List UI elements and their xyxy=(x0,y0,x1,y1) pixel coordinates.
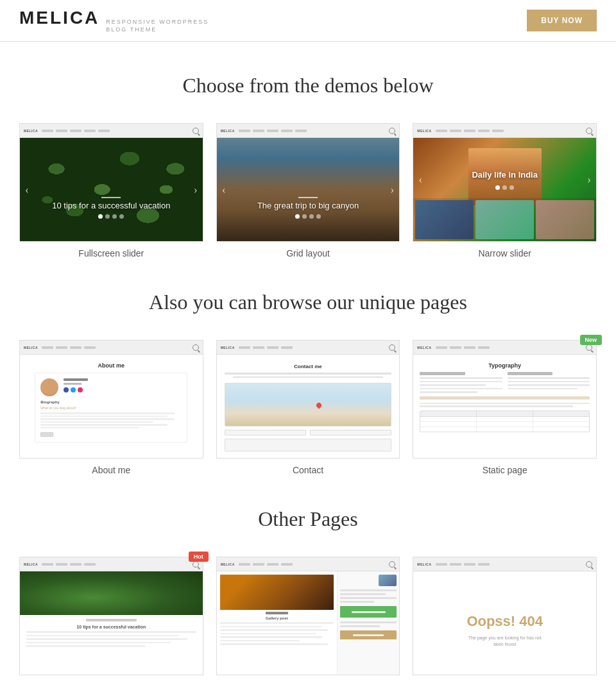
demo-label-about: About me xyxy=(19,465,203,475)
slide-caption: 10 tips for a successful vacation xyxy=(20,194,203,219)
gallery-post-title: Gallery post xyxy=(220,616,334,620)
mini-search-icon-static xyxy=(586,344,592,351)
header-buy-button[interactable]: BUY NOW xyxy=(527,10,597,31)
demo-label-narrow: Narrow slider xyxy=(413,248,597,258)
section2-grid: MELICA About me xyxy=(19,340,597,475)
demo-narrow-slider[interactable]: MELICA ‹ › xyxy=(413,123,597,258)
demo-404[interactable]: MELICA Oopss! 404 The page you are looki… xyxy=(413,557,597,683)
mini-chrome: MELICA xyxy=(20,124,203,138)
hot-badge: Hot xyxy=(189,552,209,562)
mini-search-icon-404 xyxy=(586,561,592,568)
demo-static[interactable]: MELICA Typography xyxy=(413,340,597,475)
contact-title: Contact me xyxy=(294,364,322,369)
typo-table xyxy=(420,410,590,432)
demo-grid-layout[interactable]: MELICA ‹ xyxy=(216,123,400,258)
section3-grid: Hot MELICA xyxy=(19,557,597,683)
about-profile xyxy=(40,378,182,396)
fullscreen-bg: ‹ › 10 tips for a successful vacation xyxy=(20,138,203,241)
demo-fullwidth-post[interactable]: MELICA 10 tips for a suc xyxy=(19,557,203,683)
demo-sidebar-post[interactable]: MELICA Gallery post xyxy=(216,557,400,683)
typography-title: Typography xyxy=(420,362,590,369)
demo-thumb-sidebar: MELICA Gallery post xyxy=(216,557,400,675)
demo-label-grid: Grid layout xyxy=(216,248,400,258)
demo-thumb-contact: MELICA Contact me xyxy=(216,340,400,459)
about-title: About me xyxy=(98,362,125,369)
india-prev-arrow: ‹ xyxy=(418,173,422,186)
mini-search-icon-sidebar xyxy=(389,561,395,568)
sidebar-widget xyxy=(379,575,397,586)
mini-chrome-static: MELICA xyxy=(413,341,596,355)
follow-btn xyxy=(340,606,397,618)
404-text: Oopss! 404 xyxy=(466,613,543,630)
logo-subtitle: RESPONSIVE WORDPRESS BLOG THEME xyxy=(106,19,209,33)
section1-title: Choose from the demos below xyxy=(19,74,597,97)
mini-chrome-sidebar: MELICA xyxy=(217,557,400,571)
demo-thumb-static: MELICA Typography xyxy=(413,340,597,459)
mini-chrome-fullwidth: MELICA xyxy=(20,557,203,571)
demo-thumb-404: MELICA Oopss! 404 The page you are looki… xyxy=(413,557,597,675)
post-main: Gallery post xyxy=(217,571,337,675)
demo-static-wrapper: New MELICA Typography xyxy=(413,340,597,475)
mini-search-icon-contact xyxy=(389,344,395,351)
map-area xyxy=(225,383,392,426)
demo-fullwidth-wrapper: Hot MELICA xyxy=(19,557,203,683)
mini-search-icon-3 xyxy=(586,128,592,134)
subscribe-btn xyxy=(340,630,397,639)
mini-chrome-about: MELICA xyxy=(20,341,203,355)
mini-search-icon-fullwidth xyxy=(193,561,199,568)
demo-label-static: Static page xyxy=(413,465,597,475)
demo-thumb-narrow: MELICA ‹ › xyxy=(413,123,597,242)
mini-chrome-contact: MELICA xyxy=(217,341,400,355)
demo-thumb-fullwidth: MELICA 10 tips for a suc xyxy=(19,557,203,675)
logo: MELICA xyxy=(19,8,99,28)
mini-search-icon xyxy=(193,128,199,134)
section3-title: Other Pages xyxy=(19,507,597,531)
avatar xyxy=(40,378,58,396)
mini-chrome-2: MELICA xyxy=(217,124,400,138)
fullwidth-img xyxy=(20,571,203,615)
demo-thumb-about: MELICA About me xyxy=(19,340,203,459)
map-marker-icon xyxy=(315,402,322,409)
grid-caption: The great trip to big canyon xyxy=(217,194,400,219)
india-slide-text: Daily life in India xyxy=(472,169,538,179)
mini-chrome-3: MELICA xyxy=(413,124,596,138)
mini-search-icon-about xyxy=(193,344,199,351)
section2-title: Also you can browse our unique pages xyxy=(19,291,597,314)
404-subtitle: The page you are looking for has not bee… xyxy=(466,635,543,648)
post-image xyxy=(220,575,334,610)
demo-about[interactable]: MELICA About me xyxy=(19,340,203,475)
india-dots xyxy=(413,185,596,190)
post-sidebar xyxy=(337,571,400,675)
new-badge: New xyxy=(580,335,603,345)
fullwidth-title: 10 tips for a successful vacation xyxy=(26,625,196,629)
demo-label-contact: Contact xyxy=(216,465,400,475)
demo-thumb-fullscreen: MELICA ‹ › xyxy=(19,123,203,242)
demo-label-fullscreen: Fullscreen slider xyxy=(19,248,203,258)
slide-dots xyxy=(20,214,203,219)
demo-thumb-grid: MELICA ‹ xyxy=(216,123,400,242)
grid-dots xyxy=(217,214,400,219)
header: MELICA RESPONSIVE WORDPRESS BLOG THEME B… xyxy=(0,0,616,42)
logo-area: MELICA RESPONSIVE WORDPRESS BLOG THEME xyxy=(19,8,209,33)
main-content: Choose from the demos below MELICA xyxy=(0,42,616,683)
narrow-thumbnails xyxy=(413,198,596,242)
canyon-bg xyxy=(217,138,400,241)
demo-contact[interactable]: MELICA Contact me xyxy=(216,340,400,475)
demo-fullscreen-slider[interactable]: MELICA ‹ › xyxy=(19,123,203,258)
section1-grid: MELICA ‹ › xyxy=(19,123,597,258)
mini-search-icon-2 xyxy=(389,128,395,134)
mini-chrome-404: MELICA xyxy=(413,557,596,571)
india-next-arrow: › xyxy=(587,173,591,186)
